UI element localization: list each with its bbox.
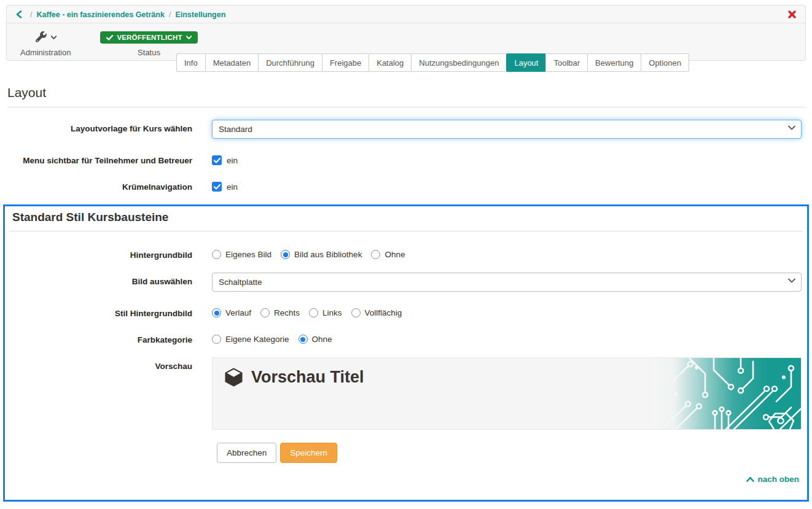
tab-metadaten[interactable]: Metadaten: [205, 53, 259, 72]
status-badge-label: VERÖFFENTLICHT: [117, 34, 182, 41]
field-label-preview: Vorschau: [5, 357, 192, 371]
background-style-row: Stil Hintergrundbild Verlauf Rechts: [5, 305, 807, 318]
panel-title: Standard Stil Kursbausteine: [9, 206, 803, 231]
crumb-nav-checkbox[interactable]: [212, 182, 222, 192]
circuit-board-image: [654, 358, 801, 429]
check-icon: [214, 184, 221, 190]
layout-template-select[interactable]: Standard: [212, 120, 802, 139]
preview-row: Vorschau Vorschau Titel: [5, 357, 807, 430]
radio-icon: [212, 335, 221, 344]
course-node-style-panel: Standard Stil Kursbausteine Hintergrundb…: [3, 204, 809, 502]
check-icon: [214, 158, 221, 163]
form-buttons: Abbrechen Speichern: [217, 443, 807, 463]
radio-bild-aus-bibliothek[interactable]: Bild aus Bibliothek: [281, 250, 362, 259]
radio-verlauf[interactable]: Verlauf: [212, 308, 251, 317]
chevron-left-icon: [15, 10, 22, 18]
tab-nutzungsbedingungen[interactable]: Nutzungsbedingungen: [411, 53, 507, 72]
field-label-menu-visible: Menu sichtbar für Teilnehmer und Betreue…: [0, 152, 192, 165]
administration-menu[interactable]: Administration: [20, 29, 71, 57]
crumb-nav-row: Krümelnavigation ein: [0, 178, 812, 192]
field-label-background: Hintergrundbild: [5, 246, 192, 260]
menu-visible-checkbox[interactable]: [212, 155, 222, 165]
radio-vollflaechig[interactable]: Vollflächig: [351, 308, 402, 317]
menu-visible-row: Menu sichtbar für Teilnehmer und Betreue…: [0, 152, 812, 165]
radio-icon: [212, 308, 221, 317]
back-to-top-link[interactable]: nach oben: [746, 475, 799, 484]
radio-icon: [281, 250, 290, 259]
image-select[interactable]: Schaltplatte: [212, 273, 802, 292]
back-button[interactable]: [15, 10, 22, 18]
tab-toolbar[interactable]: Toolbar: [545, 53, 588, 72]
check-icon: [106, 35, 113, 41]
tab-optionen[interactable]: Optionen: [641, 53, 689, 72]
breadcrumb-settings-link[interactable]: Einstellungen: [175, 10, 225, 19]
radio-icon: [212, 250, 221, 259]
breadcrumb-separator: /: [30, 10, 32, 19]
close-icon[interactable]: [787, 10, 797, 19]
course-header: / Kaffee - ein faszinierendes Getränk / …: [6, 5, 806, 61]
cube-icon: [224, 367, 243, 387]
caret-down-icon: [186, 36, 192, 39]
field-label-layout-template: Layoutvorlage für Kurs wählen: [0, 120, 192, 133]
tab-durchfuehrung[interactable]: Durchführung: [258, 53, 322, 72]
breadcrumb: / Kaffee - ein faszinierendes Getränk / …: [7, 6, 805, 23]
tab-bewertung[interactable]: Bewertung: [587, 53, 641, 72]
background-image-row: Hintergrundbild Eigenes Bild Bild aus Bi…: [5, 246, 807, 260]
status-badge[interactable]: VERÖFFENTLICHT: [100, 31, 197, 44]
breadcrumb-course-link[interactable]: Kaffee - ein faszinierendes Getränk: [36, 10, 164, 19]
tab-layout[interactable]: Layout: [506, 53, 546, 72]
radio-eigenes-bild[interactable]: Eigenes Bild: [212, 250, 271, 259]
radio-icon: [371, 250, 380, 259]
field-label-color-category: Farbkategorie: [5, 331, 192, 344]
radio-rechts[interactable]: Rechts: [260, 308, 300, 317]
checkbox-label: ein: [227, 182, 238, 192]
radio-ohne-bild[interactable]: Ohne: [371, 250, 405, 259]
caret-down-icon: [51, 36, 57, 39]
wrench-icon: [34, 31, 48, 44]
tab-freigabe[interactable]: Freigabe: [322, 53, 369, 72]
layout-settings: Layout Layoutvorlage für Kurs wählen Sta…: [0, 85, 812, 502]
style-radio-group: Verlauf Rechts Links Vollflächig: [212, 305, 802, 317]
background-radio-group: Eigenes Bild Bild aus Bibliothek Ohne: [212, 246, 802, 259]
layout-template-row: Layoutvorlage für Kurs wählen Standard: [0, 120, 812, 139]
course-node-preview: Vorschau Titel: [212, 357, 802, 430]
radio-icon: [299, 335, 308, 344]
cancel-button[interactable]: Abbrechen: [217, 443, 276, 463]
page-title: Layout: [7, 85, 805, 107]
color-category-row: Farbkategorie Eigene Kategorie Ohne: [5, 331, 807, 344]
radio-ohne-kategorie[interactable]: Ohne: [299, 335, 332, 344]
radio-eigene-kategorie[interactable]: Eigene Kategorie: [212, 335, 289, 344]
tab-info[interactable]: Info: [176, 53, 206, 72]
radio-icon: [260, 308, 270, 317]
radio-icon: [309, 308, 318, 317]
field-label-style: Stil Hintergrundbild: [5, 305, 192, 318]
checkbox-label: ein: [227, 156, 238, 165]
field-label-crumb-nav: Krümelnavigation: [0, 178, 192, 192]
color-radio-group: Eigene Kategorie Ohne: [212, 331, 802, 344]
tab-katalog[interactable]: Katalog: [369, 53, 412, 72]
settings-tabs: Info Metadaten Durchführung Freigabe Kat…: [176, 53, 812, 72]
status-label: Status: [138, 48, 160, 57]
field-label-image-select: Bild auswählen: [5, 273, 192, 286]
radio-links[interactable]: Links: [309, 308, 342, 317]
save-button[interactable]: Speichern: [280, 443, 337, 463]
image-select-row: Bild auswählen Schaltplatte: [5, 273, 807, 292]
chevron-up-icon: [746, 476, 754, 482]
preview-title: Vorschau Titel: [251, 368, 364, 387]
administration-label: Administration: [20, 48, 71, 57]
radio-icon: [351, 308, 361, 317]
breadcrumb-separator: /: [169, 10, 171, 19]
course-toolbar: Administration VERÖFFENTLICHT Status: [7, 23, 805, 57]
